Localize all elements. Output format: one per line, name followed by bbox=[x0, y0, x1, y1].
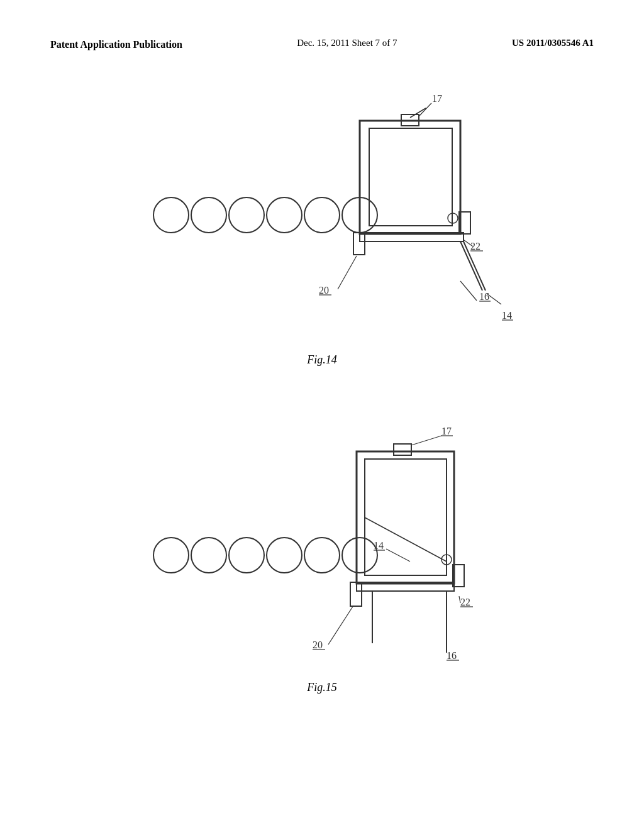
svg-text:14: 14 bbox=[502, 310, 512, 321]
fig15-svg: 17 14 22 20 16 bbox=[102, 404, 542, 675]
svg-point-30 bbox=[153, 538, 189, 573]
fig14-label: Fig.14 bbox=[307, 353, 337, 367]
svg-line-9 bbox=[410, 108, 426, 118]
svg-line-22 bbox=[338, 256, 357, 289]
svg-point-2 bbox=[229, 197, 264, 233]
svg-rect-6 bbox=[360, 121, 460, 234]
svg-point-33 bbox=[267, 538, 302, 573]
svg-rect-7 bbox=[369, 128, 452, 226]
page: Patent Application Publication Dec. 15, … bbox=[0, 0, 644, 830]
svg-text:22: 22 bbox=[460, 597, 470, 607]
svg-text:17: 17 bbox=[441, 426, 452, 436]
svg-rect-39 bbox=[394, 444, 411, 455]
svg-text:16: 16 bbox=[479, 291, 489, 302]
svg-point-3 bbox=[267, 197, 302, 233]
svg-point-31 bbox=[191, 538, 226, 573]
svg-point-32 bbox=[229, 538, 264, 573]
header-date-sheet: Dec. 15, 2011 Sheet 7 of 7 bbox=[297, 38, 397, 48]
svg-line-17 bbox=[419, 103, 431, 116]
svg-line-47 bbox=[411, 436, 441, 445]
svg-point-0 bbox=[153, 197, 189, 233]
svg-text:20: 20 bbox=[319, 285, 329, 296]
svg-point-1 bbox=[191, 197, 226, 233]
svg-text:17: 17 bbox=[432, 93, 442, 104]
figure-15-drawing: 17 14 22 20 16 bbox=[102, 404, 542, 675]
svg-point-35 bbox=[342, 538, 377, 573]
figure-14-drawing: 17 22 20 16 14 bbox=[102, 77, 542, 347]
svg-point-4 bbox=[304, 197, 340, 233]
svg-rect-36 bbox=[357, 451, 454, 584]
header-patent-number: US 2011/0305546 A1 bbox=[512, 38, 594, 48]
header-publication-type: Patent Application Publication bbox=[50, 38, 182, 52]
svg-text:14: 14 bbox=[374, 540, 384, 551]
figure-15-container: 17 14 22 20 16 bbox=[50, 404, 594, 694]
svg-text:16: 16 bbox=[447, 650, 457, 661]
fig15-label: Fig.15 bbox=[307, 681, 337, 694]
svg-line-56 bbox=[328, 606, 353, 645]
svg-line-25 bbox=[460, 281, 477, 301]
page-header: Patent Application Publication Dec. 15, … bbox=[50, 38, 594, 52]
svg-line-50 bbox=[386, 549, 410, 562]
svg-point-34 bbox=[304, 538, 340, 573]
fig14-svg: 17 22 20 16 14 bbox=[102, 77, 542, 347]
figure-14-container: 17 22 20 16 14 bbox=[50, 77, 594, 367]
svg-text:20: 20 bbox=[313, 639, 323, 650]
